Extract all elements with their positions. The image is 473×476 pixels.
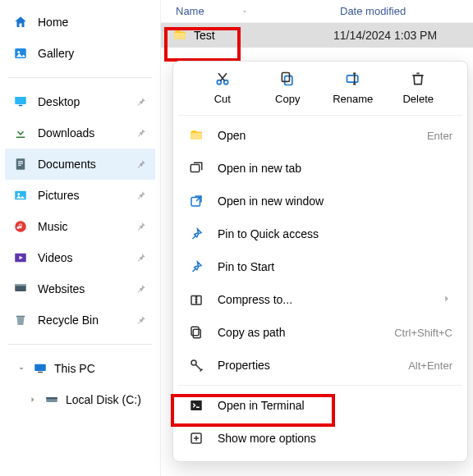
svg-rect-4 (16, 158, 25, 170)
nav-label: Pictures (38, 189, 80, 202)
svg-rect-28 (191, 327, 199, 336)
divider (178, 115, 462, 116)
nav-videos[interactable]: Videos (5, 242, 155, 273)
copy-button[interactable]: Copy (263, 70, 312, 105)
svg-point-9 (17, 193, 20, 195)
folder-icon (172, 28, 187, 43)
column-label: Name (176, 5, 204, 17)
svg-rect-30 (191, 400, 202, 410)
menu-label: Open in new window (218, 195, 452, 208)
music-icon (13, 219, 28, 234)
copy-path-icon (188, 324, 204, 341)
svg-rect-5 (18, 161, 23, 162)
pin-icon (135, 158, 147, 170)
disk-icon (44, 392, 59, 407)
menu-label: Open in Terminal (218, 399, 452, 412)
context-menu: Cut Copy Rename Delete Open Enter (172, 61, 468, 462)
menu-label: Show more options (218, 432, 452, 445)
context-toolbar: Cut Copy Rename Delete (173, 66, 467, 112)
tool-label: Cut (214, 93, 231, 105)
videos-icon (13, 250, 28, 265)
nav-label: Home (38, 16, 68, 29)
shortcut-hint: Alt+Enter (408, 359, 452, 372)
menu-label: Pin to Quick access (218, 227, 452, 240)
svg-rect-2 (15, 97, 26, 104)
tool-label: Rename (333, 93, 373, 105)
menu-open-new-window[interactable]: Open in new window (173, 185, 467, 217)
menu-open[interactable]: Open Enter (173, 119, 467, 152)
nav-gallery[interactable]: Gallery (5, 38, 155, 69)
nav-websites[interactable]: Websites (5, 273, 155, 304)
svg-rect-16 (38, 372, 43, 373)
compress-icon (188, 291, 204, 308)
nav-label: Music (38, 220, 68, 233)
column-headers: Name Date modified (161, 0, 473, 23)
tree-local-disk[interactable]: Local Disk (C:) (5, 384, 155, 415)
nav-music[interactable]: Music (5, 211, 155, 242)
gallery-icon (13, 46, 28, 61)
nav-desktop[interactable]: Desktop (5, 86, 155, 117)
desktop-icon (13, 94, 28, 109)
new-tab-icon (188, 160, 204, 176)
sort-indicator-icon (241, 7, 249, 16)
menu-compress[interactable]: Compress to... (173, 283, 467, 316)
home-icon (13, 15, 28, 30)
menu-label: Open (218, 129, 414, 142)
pin-icon (135, 127, 147, 139)
shortcut-hint: Ctrl+Shift+C (394, 327, 452, 339)
nav-documents[interactable]: Documents (5, 149, 155, 180)
nav-label: Videos (38, 251, 73, 264)
file-row-selected[interactable]: Test 11/14/2024 1:03 PM (161, 23, 473, 48)
menu-copy-path[interactable]: Copy as path Ctrl+Shift+C (173, 316, 467, 349)
pin-icon (135, 314, 147, 326)
terminal-icon (188, 397, 204, 414)
column-name[interactable]: Name (161, 5, 335, 17)
menu-pin-quick-access[interactable]: Pin to Quick access (173, 217, 467, 250)
nav-recycle-bin[interactable]: Recycle Bin (5, 304, 155, 336)
svg-rect-18 (46, 397, 57, 399)
recycle-bin-icon (13, 313, 28, 327)
divider (178, 385, 462, 386)
pin-icon (188, 226, 204, 242)
svg-rect-6 (18, 163, 23, 164)
menu-label: Properties (218, 359, 395, 372)
menu-show-more[interactable]: Show more options (173, 422, 467, 455)
svg-rect-7 (18, 165, 21, 166)
nav-label: Websites (38, 282, 85, 295)
menu-properties[interactable]: Properties Alt+Enter (173, 349, 467, 382)
menu-label: Pin to Start (218, 260, 452, 273)
tree-label: Local Disk (C:) (66, 393, 141, 406)
menu-pin-start[interactable]: Pin to Start (173, 250, 467, 283)
nav-pictures[interactable]: Pictures (5, 180, 155, 211)
svg-rect-22 (282, 73, 290, 82)
tree-this-pc[interactable]: This PC (5, 353, 155, 384)
chevron-down-icon (16, 364, 26, 373)
cut-icon (214, 70, 232, 88)
nav-downloads[interactable]: Downloads (5, 117, 155, 149)
folder-icon (188, 127, 204, 144)
new-window-icon (188, 193, 204, 209)
menu-label: Copy as path (218, 326, 381, 339)
download-icon (13, 126, 28, 140)
cut-button[interactable]: Cut (198, 70, 247, 105)
nav-home[interactable]: Home (5, 7, 155, 38)
divider (8, 77, 152, 78)
delete-button[interactable]: Delete (393, 70, 443, 105)
menu-open-terminal[interactable]: Open in Terminal (173, 389, 467, 422)
tool-label: Delete (402, 93, 434, 105)
svg-rect-15 (34, 364, 46, 371)
navigation-pane: Home Gallery Desktop Downloads Documents… (0, 0, 161, 476)
svg-rect-24 (191, 165, 200, 172)
nav-label: Gallery (38, 47, 74, 60)
tree-label: This PC (54, 362, 95, 375)
nav-label: Documents (38, 158, 96, 171)
svg-point-1 (17, 51, 20, 53)
rename-button[interactable]: Rename (328, 70, 378, 105)
column-date[interactable]: Date modified (335, 5, 473, 17)
divider (8, 344, 152, 345)
more-icon (188, 430, 204, 446)
copy-icon (278, 70, 296, 88)
file-date: 11/14/2024 1:03 PM (333, 29, 437, 42)
pin-icon (135, 221, 147, 232)
menu-open-new-tab[interactable]: Open in new tab (173, 152, 467, 185)
